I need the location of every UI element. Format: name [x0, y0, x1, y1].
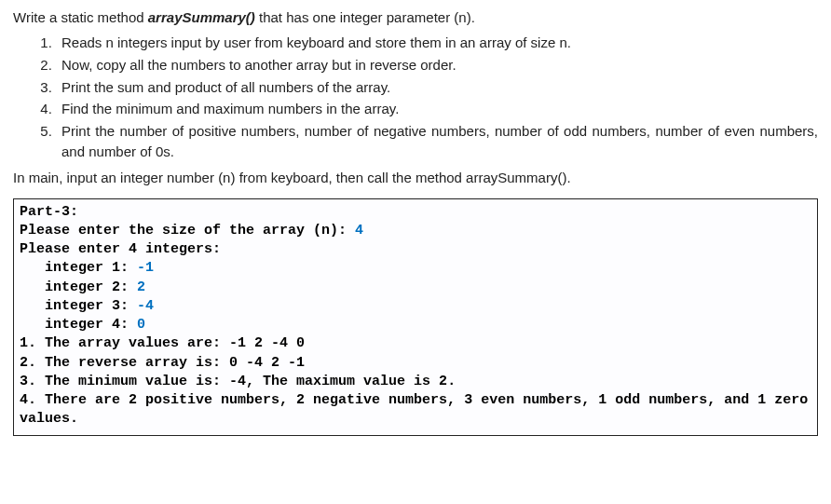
- task-item: Now, copy all the numbers to another arr…: [56, 55, 818, 75]
- console-input-line: integer 4: 0: [20, 316, 811, 334]
- intro-paragraph: Write a static method arraySummary() tha…: [13, 7, 818, 27]
- console-out4-d: even numbers,: [472, 392, 598, 408]
- console-size-line: Please enter the size of the array (n): …: [20, 222, 811, 240]
- console-out2-label: 2. The reverse array is:: [20, 355, 229, 371]
- console-input-line: integer 3: -4: [20, 297, 811, 316]
- console-out4-odd: 1: [598, 392, 606, 408]
- console-out3-b: , The maximum value is: [246, 374, 439, 389]
- intro-text-post: that has one integer parameter (n).: [255, 9, 475, 25]
- console-input-label: integer 3:: [20, 298, 137, 314]
- console-input-label: integer 1:: [20, 260, 137, 276]
- console-out2-values: 0 -4 2 -1: [229, 355, 305, 371]
- console-input-value: 2: [137, 279, 145, 295]
- console-input-line: integer 1: -1: [20, 259, 811, 278]
- task-item: Print the number of positive numbers, nu…: [56, 121, 818, 162]
- console-size-value: 4: [355, 223, 363, 238]
- console-out4-c: negative numbers,: [305, 392, 464, 408]
- console-out4-pos: 2: [129, 392, 137, 408]
- method-name: arraySummary(): [148, 9, 255, 25]
- console-out3-c: .: [447, 374, 456, 389]
- console-out4-even: 3: [464, 392, 472, 408]
- console-output-line-3: 3. The minimum value is: -4, The maximum…: [20, 373, 811, 391]
- console-out4-e: odd numbers, and: [606, 392, 757, 408]
- console-input-label: integer 2:: [20, 279, 137, 295]
- post-paragraph: In main, input an integer number (n) fro…: [13, 168, 818, 187]
- task-item: Reads n integers input by user from keyb…: [56, 33, 818, 53]
- console-out3-a: 3. The minimum value is:: [20, 374, 229, 389]
- console-enter-ints-n: 4: [129, 241, 137, 257]
- console-output: Part-3: Please enter the size of the arr…: [13, 198, 818, 436]
- console-enter-ints-line: Please enter 4 integers:: [20, 240, 811, 259]
- console-enter-ints-pre: Please enter: [20, 241, 129, 257]
- console-out4-a: 4. There are: [20, 392, 129, 408]
- console-out4-neg: 2: [296, 392, 305, 408]
- console-input-value: -1: [137, 260, 154, 276]
- console-input-value: -4: [137, 298, 154, 314]
- console-out4-b: positive numbers,: [137, 392, 296, 408]
- console-input-line: integer 2: 2: [20, 279, 811, 297]
- console-enter-ints-post: integers:: [137, 241, 221, 257]
- task-item: Print the sum and product of all numbers…: [56, 77, 818, 98]
- console-size-prompt: Please enter the size of the array (n):: [20, 223, 355, 238]
- console-input-value: 0: [137, 317, 145, 333]
- console-out3-min: -4: [229, 374, 246, 389]
- console-output-line-1: 1. The array values are: -1 2 -4 0: [20, 334, 811, 353]
- console-output-line-4: 4. There are 2 positive numbers, 2 negat…: [20, 391, 811, 429]
- console-out3-max: 2: [439, 374, 447, 389]
- task-list: Reads n integers input by user from keyb…: [13, 33, 818, 162]
- console-output-line-2: 2. The reverse array is: 0 -4 2 -1: [20, 354, 811, 373]
- task-item: Find the minimum and maximum numbers in …: [56, 99, 818, 119]
- console-out1-label: 1. The array values are:: [20, 335, 229, 351]
- console-part-label: Part-3:: [20, 203, 811, 222]
- console-out4-zero: 1: [757, 392, 766, 408]
- console-input-label: integer 4:: [20, 317, 137, 333]
- intro-text-pre: Write a static method: [13, 9, 148, 25]
- console-out1-values: -1 2 -4 0: [229, 335, 305, 351]
